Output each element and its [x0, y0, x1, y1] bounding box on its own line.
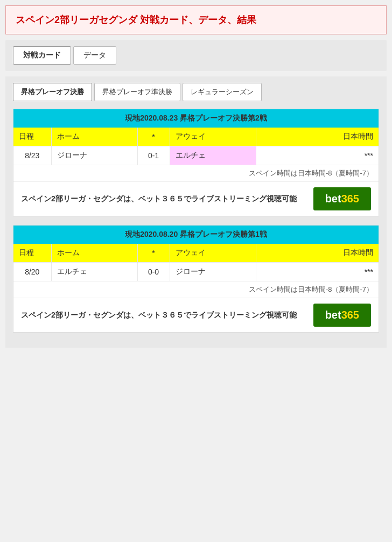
col-header-date-2: 日程	[13, 244, 51, 263]
col-header-away-1: アウェイ	[170, 128, 256, 146]
cell-score-1-1: 0-1	[137, 146, 170, 165]
main-tab-bar: 対戦カード データ	[13, 46, 379, 65]
col-header-home-1: ホーム	[51, 128, 137, 146]
match-table-1: 日程 ホーム * アウェイ 日本時間 8/23 ジローナ 0-1 エルチェ **…	[13, 128, 379, 165]
match-block-1-header: 現地2020.08.23 昇格プレーオフ決勝第2戦	[13, 109, 379, 128]
cell-away-1-1: エルチェ	[170, 146, 256, 165]
col-header-away-2: アウェイ	[170, 244, 256, 263]
subtab-regular[interactable]: レギュラーシーズン	[183, 83, 262, 101]
page-title-bar: スペイン2部リーガセグンダ 対戦カード、データ、結果	[5, 5, 387, 34]
match-table-2-header-row: 日程 ホーム * アウェイ 日本時間	[13, 244, 379, 263]
cell-date-1-1: 8/23	[13, 146, 51, 165]
cell-jptime-1-1: ***	[256, 146, 379, 165]
bet365-label-1: bet365	[325, 193, 359, 205]
cell-away-2-1: ジローナ	[170, 263, 256, 281]
cell-home-2-1: エルチェ	[51, 263, 137, 281]
match-table-2: 日程 ホーム * アウェイ 日本時間 8/20 エルチェ 0-0 ジローナ **…	[13, 244, 379, 281]
page-title: スペイン2部リーガセグンダ 対戦カード、データ、結果	[16, 13, 376, 26]
section-container: 昇格プレーオフ決勝 昇格プレーオフ準決勝 レギュラーシーズン 現地2020.08…	[5, 76, 387, 348]
table-row: 8/23 ジローナ 0-1 エルチェ ***	[13, 146, 379, 165]
cell-jptime-2-1: ***	[256, 263, 379, 281]
streaming-text-1: スペイン2部リーガ・セグンダは、ベット３６５でライブストリーミング視聴可能	[21, 194, 297, 204]
tab-data[interactable]: データ	[73, 46, 116, 65]
bet365-button-1[interactable]: bet365	[313, 187, 371, 210]
subtab-playoff-semifinal[interactable]: 昇格プレーオフ準決勝	[94, 83, 180, 101]
match-block-1: 現地2020.08.23 昇格プレーオフ決勝第2戦 日程 ホーム * アウェイ …	[13, 109, 379, 216]
streaming-banner-2: スペイン2部リーガ・セグンダは、ベット３６５でライブストリーミング視聴可能 be…	[13, 298, 379, 332]
timezone-note-2: スペイン時間は日本時間-8（夏時間-7）	[13, 281, 379, 298]
col-header-jptime-1: 日本時間	[256, 128, 379, 146]
cell-home-1-1: ジローナ	[51, 146, 137, 165]
subtab-playoff-final[interactable]: 昇格プレーオフ決勝	[13, 83, 92, 101]
sub-tab-bar: 昇格プレーオフ決勝 昇格プレーオフ準決勝 レギュラーシーズン	[13, 83, 379, 101]
bet365-button-2[interactable]: bet365	[313, 304, 371, 327]
table-row: 8/20 エルチェ 0-0 ジローナ ***	[13, 263, 379, 281]
streaming-text-2: スペイン2部リーガ・セグンダは、ベット３６５でライブストリーミング視聴可能	[21, 311, 297, 320]
col-header-home-2: ホーム	[51, 244, 137, 263]
col-header-score-2: *	[137, 244, 170, 263]
cell-date-2-1: 8/20	[13, 263, 51, 281]
col-header-date-1: 日程	[13, 128, 51, 146]
main-tab-bar-container: 対戦カード データ	[5, 40, 387, 71]
streaming-banner-1: スペイン2部リーガ・セグンダは、ベット３６５でライブストリーミング視聴可能 be…	[13, 181, 379, 216]
col-header-score-1: *	[137, 128, 170, 146]
match-block-2-header: 現地2020.08.20 昇格プレーオフ決勝第1戦	[13, 226, 379, 244]
timezone-note-1: スペイン時間は日本時間-8（夏時間-7）	[13, 165, 379, 181]
tab-matchcard[interactable]: 対戦カード	[13, 46, 71, 65]
col-header-jptime-2: 日本時間	[256, 244, 379, 263]
bet365-label-2: bet365	[325, 309, 359, 321]
cell-score-2-1: 0-0	[137, 263, 170, 281]
match-block-2: 現地2020.08.20 昇格プレーオフ決勝第1戦 日程 ホーム * アウェイ …	[13, 225, 379, 333]
match-table-1-header-row: 日程 ホーム * アウェイ 日本時間	[13, 128, 379, 146]
